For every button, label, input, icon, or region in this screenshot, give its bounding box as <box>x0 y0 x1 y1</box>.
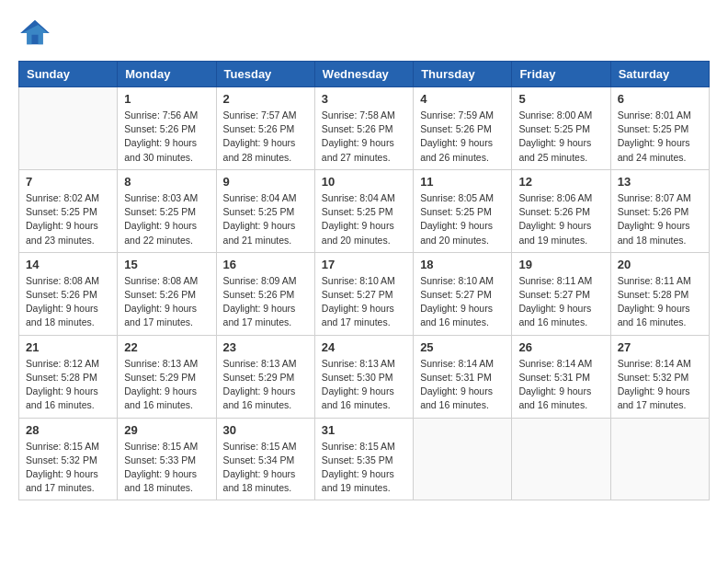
calendar-cell: 5Sunrise: 8:00 AM Sunset: 5:25 PM Daylig… <box>512 87 610 170</box>
day-info: Sunrise: 8:12 AM Sunset: 5:28 PM Dayligh… <box>26 357 110 413</box>
calendar-table: SundayMondayTuesdayWednesdayThursdayFrid… <box>18 61 710 500</box>
day-number: 30 <box>223 423 308 437</box>
day-info: Sunrise: 8:13 AM Sunset: 5:30 PM Dayligh… <box>322 357 406 413</box>
calendar-cell: 16Sunrise: 8:09 AM Sunset: 5:26 PM Dayli… <box>216 252 314 335</box>
day-info: Sunrise: 8:14 AM Sunset: 5:31 PM Dayligh… <box>518 357 603 413</box>
calendar-cell: 28Sunrise: 8:15 AM Sunset: 5:32 PM Dayli… <box>19 418 118 500</box>
day-info: Sunrise: 8:01 AM Sunset: 5:25 PM Dayligh… <box>618 109 702 165</box>
day-info: Sunrise: 8:09 AM Sunset: 5:26 PM Dayligh… <box>223 274 308 330</box>
calendar-cell: 31Sunrise: 8:15 AM Sunset: 5:35 PM Dayli… <box>314 418 413 500</box>
calendar-cell: 25Sunrise: 8:14 AM Sunset: 5:31 PM Dayli… <box>414 335 512 418</box>
calendar-cell: 3Sunrise: 7:58 AM Sunset: 5:26 PM Daylig… <box>314 87 413 170</box>
day-number: 27 <box>618 340 702 354</box>
day-number: 12 <box>518 175 603 189</box>
day-info: Sunrise: 7:56 AM Sunset: 5:26 PM Dayligh… <box>124 109 209 165</box>
calendar-cell: 8Sunrise: 8:03 AM Sunset: 5:25 PM Daylig… <box>118 169 216 252</box>
day-info: Sunrise: 8:03 AM Sunset: 5:25 PM Dayligh… <box>124 191 209 247</box>
day-info: Sunrise: 7:59 AM Sunset: 5:26 PM Dayligh… <box>420 109 505 165</box>
weekday-header-wednesday: Wednesday <box>314 62 413 87</box>
calendar-header-row: SundayMondayTuesdayWednesdayThursdayFrid… <box>19 62 710 87</box>
day-number: 1 <box>124 92 209 106</box>
day-info: Sunrise: 8:11 AM Sunset: 5:27 PM Dayligh… <box>518 274 603 330</box>
calendar-cell: 2Sunrise: 7:57 AM Sunset: 5:26 PM Daylig… <box>216 87 314 170</box>
day-number: 7 <box>26 175 110 189</box>
day-number: 31 <box>322 423 406 437</box>
calendar-cell <box>19 87 118 170</box>
day-number: 4 <box>420 92 505 106</box>
weekday-header-friday: Friday <box>512 62 610 87</box>
weekday-header-thursday: Thursday <box>414 62 512 87</box>
calendar-cell: 27Sunrise: 8:14 AM Sunset: 5:32 PM Dayli… <box>610 335 709 418</box>
calendar-cell <box>414 418 512 500</box>
day-number: 5 <box>518 92 603 106</box>
day-info: Sunrise: 8:15 AM Sunset: 5:35 PM Dayligh… <box>322 440 406 496</box>
calendar-cell: 24Sunrise: 8:13 AM Sunset: 5:30 PM Dayli… <box>314 335 413 418</box>
calendar-cell: 30Sunrise: 8:15 AM Sunset: 5:34 PM Dayli… <box>216 418 314 500</box>
calendar-cell: 9Sunrise: 8:04 AM Sunset: 5:25 PM Daylig… <box>216 169 314 252</box>
day-number: 15 <box>124 258 209 271</box>
day-info: Sunrise: 8:15 AM Sunset: 5:34 PM Dayligh… <box>223 440 308 496</box>
day-info: Sunrise: 8:07 AM Sunset: 5:26 PM Dayligh… <box>618 191 702 247</box>
day-number: 11 <box>420 175 505 189</box>
calendar-cell: 11Sunrise: 8:05 AM Sunset: 5:25 PM Dayli… <box>414 169 512 252</box>
calendar-cell: 18Sunrise: 8:10 AM Sunset: 5:27 PM Dayli… <box>414 252 512 335</box>
day-number: 24 <box>322 340 406 354</box>
day-number: 13 <box>618 175 702 189</box>
calendar-cell: 29Sunrise: 8:15 AM Sunset: 5:33 PM Dayli… <box>118 418 216 500</box>
calendar-cell: 23Sunrise: 8:13 AM Sunset: 5:29 PM Dayli… <box>216 335 314 418</box>
weekday-header-sunday: Sunday <box>19 62 118 87</box>
day-info: Sunrise: 8:06 AM Sunset: 5:26 PM Dayligh… <box>518 191 603 247</box>
logo <box>18 18 55 46</box>
day-number: 9 <box>223 175 308 189</box>
day-info: Sunrise: 8:04 AM Sunset: 5:25 PM Dayligh… <box>322 191 406 247</box>
day-number: 10 <box>322 175 406 189</box>
calendar-cell: 15Sunrise: 8:08 AM Sunset: 5:26 PM Dayli… <box>118 252 216 335</box>
day-number: 20 <box>618 258 702 271</box>
day-info: Sunrise: 8:08 AM Sunset: 5:26 PM Dayligh… <box>26 274 110 330</box>
weekday-header-monday: Monday <box>118 62 216 87</box>
calendar-cell: 1Sunrise: 7:56 AM Sunset: 5:26 PM Daylig… <box>118 87 216 170</box>
calendar-week-row: 21Sunrise: 8:12 AM Sunset: 5:28 PM Dayli… <box>19 335 710 418</box>
day-info: Sunrise: 8:11 AM Sunset: 5:28 PM Dayligh… <box>618 274 702 330</box>
calendar-cell: 20Sunrise: 8:11 AM Sunset: 5:28 PM Dayli… <box>610 252 709 335</box>
calendar-cell: 7Sunrise: 8:02 AM Sunset: 5:25 PM Daylig… <box>19 169 118 252</box>
day-info: Sunrise: 8:13 AM Sunset: 5:29 PM Dayligh… <box>223 357 308 413</box>
calendar-cell: 21Sunrise: 8:12 AM Sunset: 5:28 PM Dayli… <box>19 335 118 418</box>
day-info: Sunrise: 8:10 AM Sunset: 5:27 PM Dayligh… <box>322 274 406 330</box>
weekday-header-tuesday: Tuesday <box>216 62 314 87</box>
calendar-cell: 19Sunrise: 8:11 AM Sunset: 5:27 PM Dayli… <box>512 252 610 335</box>
day-number: 16 <box>223 258 308 271</box>
day-info: Sunrise: 8:15 AM Sunset: 5:32 PM Dayligh… <box>26 440 110 496</box>
calendar-cell: 12Sunrise: 8:06 AM Sunset: 5:26 PM Dayli… <box>512 169 610 252</box>
day-number: 14 <box>26 258 110 271</box>
day-number: 17 <box>322 258 406 271</box>
calendar-week-row: 1Sunrise: 7:56 AM Sunset: 5:26 PM Daylig… <box>19 87 710 170</box>
weekday-header-saturday: Saturday <box>610 62 709 87</box>
day-number: 18 <box>420 258 505 271</box>
day-number: 29 <box>124 423 209 437</box>
day-info: Sunrise: 8:14 AM Sunset: 5:31 PM Dayligh… <box>420 357 505 413</box>
page-header <box>18 18 710 46</box>
day-number: 8 <box>124 175 209 189</box>
calendar-cell: 6Sunrise: 8:01 AM Sunset: 5:25 PM Daylig… <box>610 87 709 170</box>
day-info: Sunrise: 7:58 AM Sunset: 5:26 PM Dayligh… <box>322 109 406 165</box>
calendar-cell: 26Sunrise: 8:14 AM Sunset: 5:31 PM Dayli… <box>512 335 610 418</box>
calendar-week-row: 7Sunrise: 8:02 AM Sunset: 5:25 PM Daylig… <box>19 169 710 252</box>
day-info: Sunrise: 7:57 AM Sunset: 5:26 PM Dayligh… <box>223 109 308 165</box>
day-number: 2 <box>223 92 308 106</box>
day-info: Sunrise: 8:14 AM Sunset: 5:32 PM Dayligh… <box>618 357 702 413</box>
day-number: 22 <box>124 340 209 354</box>
day-number: 28 <box>26 423 110 437</box>
calendar-cell: 13Sunrise: 8:07 AM Sunset: 5:26 PM Dayli… <box>610 169 709 252</box>
calendar-cell: 10Sunrise: 8:04 AM Sunset: 5:25 PM Dayli… <box>314 169 413 252</box>
day-info: Sunrise: 8:02 AM Sunset: 5:25 PM Dayligh… <box>26 191 110 247</box>
day-info: Sunrise: 8:15 AM Sunset: 5:33 PM Dayligh… <box>124 440 209 496</box>
day-number: 6 <box>618 92 702 106</box>
day-info: Sunrise: 8:04 AM Sunset: 5:25 PM Dayligh… <box>223 191 308 247</box>
calendar-week-row: 14Sunrise: 8:08 AM Sunset: 5:26 PM Dayli… <box>19 252 710 335</box>
day-number: 25 <box>420 340 505 354</box>
day-number: 21 <box>26 340 110 354</box>
logo-icon <box>18 18 51 46</box>
day-number: 19 <box>518 258 603 271</box>
day-info: Sunrise: 8:08 AM Sunset: 5:26 PM Dayligh… <box>124 274 209 330</box>
